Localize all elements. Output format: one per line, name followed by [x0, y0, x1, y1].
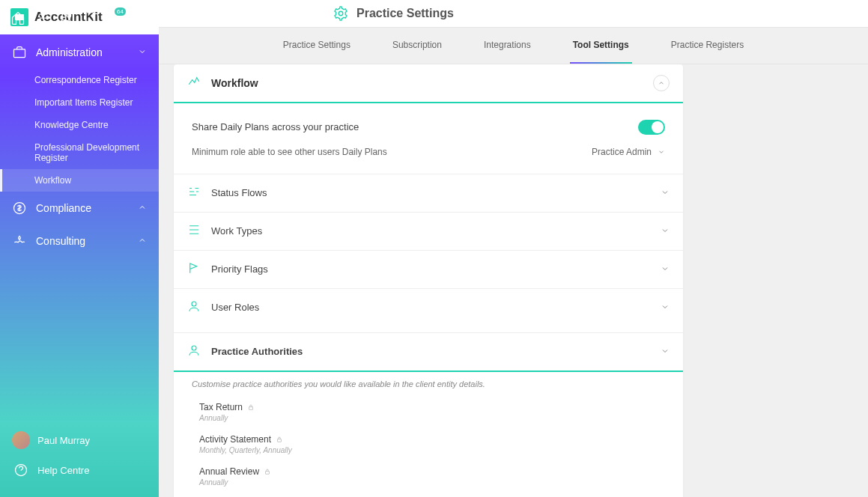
- min-role-label: Minimum role able to see other users Dai…: [192, 147, 387, 157]
- tab-practice-settings[interactable]: Practice Settings: [280, 28, 353, 64]
- authority-item[interactable]: PayrollWeekly, Fortnightly, Monthly: [199, 493, 658, 497]
- tab-integrations[interactable]: Integrations: [481, 28, 534, 64]
- list-icon[interactable]: [34, 10, 49, 25]
- share-plans-label: Share Daily Plans across your practice: [192, 121, 359, 132]
- chevron-up-icon: [138, 202, 147, 214]
- user-profile[interactable]: Paul Murray: [12, 425, 147, 455]
- min-role-select[interactable]: Practice Admin: [592, 147, 665, 157]
- sidebar: 64 Administration Correspondence Registe…: [0, 0, 159, 497]
- chevron-down-icon: [138, 46, 147, 58]
- section-workflow[interactable]: Workflow: [174, 64, 683, 103]
- share-plans-toggle[interactable]: [638, 120, 665, 135]
- hands-icon: [12, 234, 27, 248]
- work-types-icon: [187, 223, 202, 240]
- section-work-types[interactable]: Work Types: [174, 212, 683, 250]
- svg-point-7: [339, 11, 343, 16]
- avatar: [12, 431, 30, 449]
- search-icon[interactable]: [130, 10, 145, 25]
- authority-item[interactable]: Annual ReviewAnnually: [199, 460, 658, 493]
- authority-freq: Monthly, Quarterly, Annually: [199, 446, 658, 454]
- tab-tool-settings[interactable]: Tool Settings: [570, 28, 632, 64]
- authority-freq: Annually: [199, 478, 658, 487]
- nav-consulting-label: Consulting: [36, 235, 85, 247]
- help-icon: [12, 461, 30, 479]
- people-icon[interactable]: [58, 10, 73, 25]
- tab-subscription[interactable]: Subscription: [389, 28, 445, 64]
- section-priority-flags[interactable]: Priority Flags: [174, 250, 683, 288]
- sidebar-item-workflow[interactable]: Workflow: [0, 169, 159, 192]
- authority-name: Annual Review: [199, 466, 259, 477]
- svg-point-1: [67, 13, 71, 17]
- settings-card: Workflow Share Daily Plans across your p…: [174, 64, 683, 497]
- svg-point-3: [133, 13, 142, 22]
- chevron-down-icon: [661, 263, 670, 276]
- sidebar-item-pdr[interactable]: Professional Development Register: [0, 136, 159, 169]
- section-user-roles[interactable]: User Roles: [174, 288, 683, 326]
- user-icon: [187, 299, 202, 316]
- gear-icon: [333, 5, 349, 22]
- nav-consulting[interactable]: Consulting: [0, 225, 159, 257]
- svg-point-9: [192, 346, 196, 350]
- chevron-down-icon: [661, 186, 670, 200]
- help-label: Help Centre: [37, 465, 89, 476]
- nav-administration[interactable]: Administration: [0, 36, 159, 69]
- chevron-down-icon: [658, 148, 665, 156]
- svg-rect-11: [278, 439, 282, 442]
- lock-icon: [264, 468, 271, 475]
- chevron-down-icon: [661, 225, 670, 238]
- bell-icon[interactable]: 64: [106, 10, 121, 25]
- section-workflow-title: Workflow: [211, 77, 258, 89]
- user-name: Paul Murray: [37, 435, 90, 446]
- chevron-down-icon: [661, 301, 670, 314]
- help-centre[interactable]: Help Centre: [12, 455, 147, 485]
- collapse-icon[interactable]: [653, 75, 670, 91]
- practice-authorities-desc: Customise practice authorities you would…: [174, 372, 683, 393]
- sidebar-item-important-items[interactable]: Important Items Register: [0, 91, 159, 114]
- nav-compliance[interactable]: Compliance: [0, 192, 159, 225]
- device-icon[interactable]: [82, 10, 97, 25]
- briefcase-icon: [12, 45, 27, 60]
- svg-rect-4: [14, 49, 25, 58]
- tabs: Practice Settings Subscription Integrati…: [159, 28, 868, 64]
- chevron-down-icon: [661, 345, 670, 359]
- notification-badge: 64: [115, 7, 126, 16]
- sidebar-item-knowledge[interactable]: Knowledge Centre: [0, 114, 159, 136]
- nav-compliance-label: Compliance: [36, 202, 91, 214]
- nav-admin-label: Administration: [36, 46, 103, 58]
- authority-item[interactable]: Activity StatementMonthly, Quarterly, An…: [199, 428, 658, 460]
- status-flows-icon: [187, 185, 202, 201]
- tab-practice-registers[interactable]: Practice Registers: [668, 28, 747, 64]
- section-practice-authorities[interactable]: Practice Authorities: [174, 332, 683, 372]
- authority-freq: Annually: [199, 414, 658, 422]
- workflow-icon: [187, 75, 202, 91]
- topbar: Practice Settings: [159, 0, 868, 28]
- svg-point-8: [192, 302, 196, 306]
- authority-name: Tax Return: [199, 402, 243, 412]
- svg-point-0: [62, 13, 66, 17]
- flag-icon: [187, 261, 202, 278]
- page-title: Practice Settings: [356, 7, 454, 20]
- authorities-icon: [187, 344, 202, 360]
- authority-name: Activity Statement: [199, 434, 271, 445]
- lock-icon: [276, 436, 283, 443]
- chevron-up-icon: [138, 235, 147, 247]
- lock-icon: [247, 403, 255, 411]
- dollar-circle-icon: [12, 201, 27, 216]
- sidebar-item-correspondence[interactable]: Correspondence Register: [0, 69, 159, 91]
- section-status-flows[interactable]: Status Flows: [174, 174, 683, 212]
- svg-rect-10: [249, 406, 253, 409]
- authority-item[interactable]: Tax ReturnAnnually: [199, 396, 658, 428]
- home-icon[interactable]: [10, 10, 25, 25]
- authorities-list: Tax ReturnAnnuallyActivity StatementMont…: [174, 393, 683, 497]
- svg-rect-12: [266, 471, 270, 474]
- min-role-value: Practice Admin: [592, 147, 652, 157]
